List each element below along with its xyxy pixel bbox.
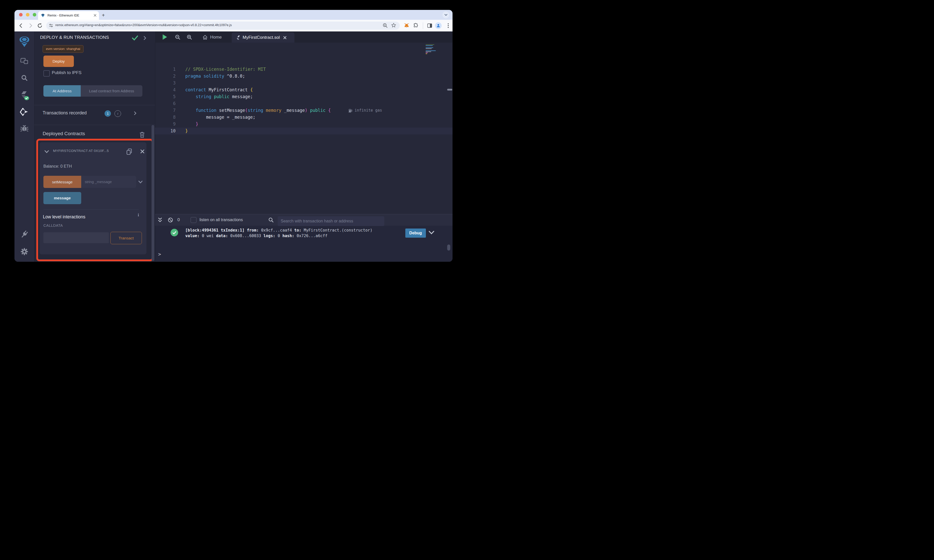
side-panel-icon[interactable]: [427, 23, 433, 29]
file-tab-close-icon[interactable]: [283, 36, 287, 39]
panel-divider: [34, 105, 155, 105]
traffic-minimize-button[interactable]: [26, 13, 29, 17]
deployed-contracts-label: Deployed Contracts: [43, 131, 85, 137]
code-line[interactable]: 4contract MyFirstContract {: [155, 86, 453, 93]
remix-logo-icon[interactable]: [14, 36, 34, 48]
extensions-puzzle-icon[interactable]: [413, 23, 419, 29]
code-line[interactable]: 6: [155, 100, 453, 107]
transact-button[interactable]: Transact: [110, 232, 142, 244]
compile-success-check-icon: [132, 35, 138, 42]
traffic-zoom-button[interactable]: [33, 13, 36, 17]
site-settings-icon[interactable]: [49, 23, 53, 29]
listen-label: listen on all transactions: [199, 218, 243, 222]
bookmark-star-icon[interactable]: [391, 23, 396, 29]
transactions-expand-chevron-icon[interactable]: [134, 111, 137, 116]
terminal-search-input[interactable]: Search with transaction hash or address: [277, 216, 384, 226]
zoom-in-icon[interactable]: [186, 34, 192, 41]
contract-header: MYFIRSTCONTRACT AT 0X10F...5: [53, 149, 125, 153]
message-button[interactable]: message: [43, 192, 81, 204]
listen-checkbox[interactable]: [191, 217, 196, 223]
low-level-label: Low level interactions: [43, 214, 85, 220]
terminal-collapse-icon[interactable]: [158, 217, 162, 224]
line-number: 9: [155, 121, 176, 128]
publish-ipfs-checkbox[interactable]: [43, 70, 50, 77]
terminal-count-badge: 0: [177, 217, 180, 222]
log-expand-chevron-icon[interactable]: [428, 231, 434, 235]
code-line[interactable]: 3: [155, 80, 453, 86]
set-message-button[interactable]: setMessage: [43, 176, 81, 188]
calldata-input[interactable]: [43, 232, 109, 243]
remove-contract-icon[interactable]: [140, 149, 145, 154]
forward-icon[interactable]: [28, 23, 34, 29]
tab-title: Remix - Ethereum IDE: [48, 14, 94, 17]
panel-scrollbar[interactable]: [151, 125, 154, 261]
plugin-manager-icon[interactable]: [14, 230, 34, 238]
tx-success-icon: [171, 229, 178, 236]
at-address-button[interactable]: At Address: [43, 85, 81, 97]
calldata-label: CALLDATA: [43, 223, 63, 228]
traffic-close-button[interactable]: [19, 13, 23, 17]
home-icon: [202, 34, 208, 40]
back-icon[interactable]: [18, 23, 24, 29]
debugger-icon[interactable]: [14, 125, 34, 132]
code-line[interactable]: 5 string public message;: [155, 93, 453, 100]
terminal-prompt[interactable]: >: [158, 251, 161, 257]
refresh-icon[interactable]: [37, 23, 43, 29]
profile-avatar[interactable]: [435, 22, 442, 29]
tab-search-button[interactable]: [442, 11, 449, 18]
code-line[interactable]: 2pragma solidity ^0.8.0;: [155, 73, 453, 80]
copy-address-icon[interactable]: [126, 148, 132, 156]
file-explorer-icon[interactable]: [14, 58, 34, 65]
zoom-out-icon[interactable]: [175, 34, 180, 41]
set-message-input[interactable]: string _message: [81, 176, 136, 188]
zoom-icon[interactable]: [382, 23, 388, 29]
solidity-file-icon: [236, 35, 240, 40]
expand-args-chevron-icon[interactable]: [138, 180, 143, 185]
code-line[interactable]: 7 function setMessage(string memory _mes…: [155, 107, 453, 114]
panel-collapse-chevron-icon[interactable]: [143, 36, 146, 42]
low-level-info-icon[interactable]: i: [138, 213, 139, 217]
code-line[interactable]: 10}: [155, 128, 453, 134]
debug-button[interactable]: Debug: [405, 229, 426, 238]
line-number: 2: [155, 73, 176, 80]
search-icon[interactable]: [14, 74, 34, 82]
editor-scrollbar-thumb[interactable]: [447, 89, 452, 91]
tab-close-icon[interactable]: [94, 13, 96, 18]
deploy-run-icon[interactable]: [14, 108, 34, 116]
terminal-log-text[interactable]: [block:4994361 txIndex:1] from: 0x9cf...…: [185, 228, 372, 238]
code-line[interactable]: 9 }: [155, 121, 453, 128]
code-rows[interactable]: 1// SPDX-License-Identifier: MIT2pragma …: [155, 66, 453, 134]
activity-bar: [14, 31, 34, 262]
deploy-button[interactable]: Deploy: [43, 55, 74, 67]
code-line[interactable]: 1// SPDX-License-Identifier: MIT: [155, 66, 453, 73]
minimap[interactable]: [425, 45, 436, 55]
line-number: 6: [155, 100, 176, 107]
terminal-search-icon: [268, 217, 274, 224]
tab-file-active[interactable]: MyFirstContract.sol: [232, 32, 294, 43]
file-tab-label: MyFirstContract.sol: [243, 35, 280, 40]
browser-tab[interactable]: Remix - Ethereum IDE: [38, 11, 99, 20]
code-line[interactable]: 8 message = _message;: [155, 114, 453, 121]
publish-ipfs-label: Publish to IPFS: [52, 70, 82, 75]
new-tab-button[interactable]: +: [100, 12, 107, 19]
menu-dots-icon[interactable]: [446, 23, 451, 29]
load-contract-input[interactable]: Load contract from Address: [81, 85, 142, 97]
contract-expand-chevron-icon[interactable]: [45, 150, 49, 154]
home-tab-label: Home: [210, 35, 222, 40]
line-number: 10: [155, 128, 176, 134]
line-number: 3: [155, 80, 176, 86]
solidity-compiler-icon[interactable]: [14, 91, 34, 101]
url-text[interactable]: remix.ethereum.org/#lang=en&optimize=fal…: [55, 23, 232, 27]
settings-gear-icon[interactable]: [14, 247, 34, 256]
browser-tabstrip: Remix - Ethereum IDE +: [14, 10, 453, 20]
run-script-play-icon[interactable]: [162, 34, 168, 41]
tab-home[interactable]: Home: [202, 34, 222, 41]
terminal-scrollbar-thumb[interactable]: [447, 245, 450, 251]
transactions-count-badge: 1: [105, 110, 111, 117]
metamask-extension-icon[interactable]: [404, 23, 410, 30]
transactions-info-icon[interactable]: i: [114, 110, 121, 117]
editor-tabbar: [155, 31, 453, 43]
clear-console-icon[interactable]: [168, 217, 173, 224]
trash-icon[interactable]: [139, 132, 145, 139]
transactions-recorded-label: Transactions recorded: [43, 110, 86, 115]
